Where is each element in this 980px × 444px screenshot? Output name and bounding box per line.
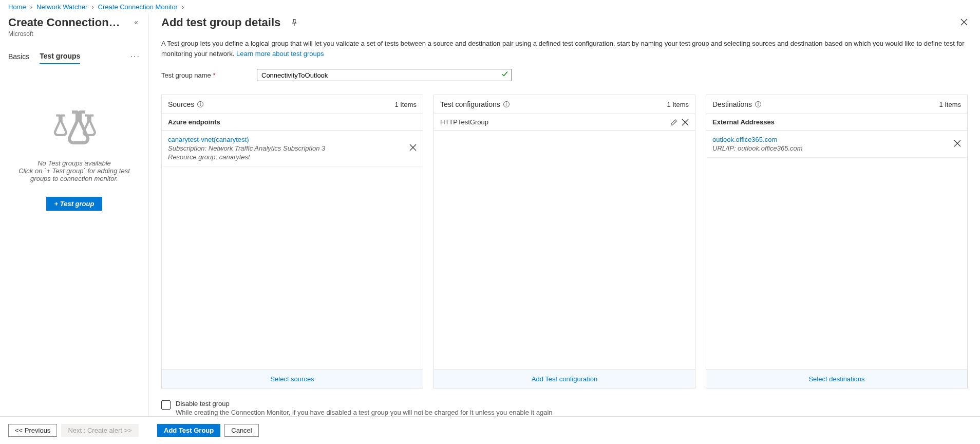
- empty-line2: Click on `+ Test group` for adding test: [18, 167, 130, 175]
- select-destinations-link[interactable]: Select destinations: [808, 375, 864, 383]
- destinations-card: Destinations i 1 Items External Addresse…: [706, 95, 968, 388]
- test-group-name-input[interactable]: [257, 69, 511, 81]
- configs-title: Test configurations: [440, 100, 500, 108]
- chevron-right-icon: ›: [182, 3, 184, 11]
- close-icon[interactable]: [960, 17, 968, 28]
- remove-destination-icon[interactable]: [954, 139, 961, 150]
- breadcrumb: Home › Network Watcher › Create Connecti…: [0, 0, 980, 14]
- test-configs-card: Test configurations i 1 Items HTTPTestGr…: [434, 95, 695, 388]
- add-test-group-submit-button[interactable]: Add Test Group: [157, 424, 220, 437]
- select-sources-link[interactable]: Select sources: [270, 375, 314, 383]
- disable-test-group-checkbox[interactable]: [161, 400, 171, 410]
- sources-subheader: Azure endpoints: [162, 114, 423, 131]
- main-panel: Add test group details A Test group lets…: [149, 14, 980, 416]
- sidebar-subtitle: Microsoft: [8, 30, 120, 38]
- more-icon[interactable]: ···: [130, 52, 140, 61]
- checkmark-icon: [502, 71, 508, 79]
- sidebar-title: Create Connection…: [8, 16, 120, 29]
- tab-basics[interactable]: Basics: [8, 49, 29, 64]
- flask-icon: [51, 106, 98, 147]
- learn-more-link[interactable]: Learn more about test groups: [236, 50, 324, 58]
- add-test-group-button[interactable]: + Test group: [46, 197, 103, 211]
- disable-label: Disable test group: [176, 400, 553, 408]
- description: A Test group lets you define a logical g…: [161, 39, 968, 59]
- source-resource-group: Resource group: canarytest: [168, 153, 325, 161]
- configs-count: 1 Items: [667, 101, 689, 108]
- config-item-name: HTTPTestGroup: [440, 118, 488, 126]
- breadcrumb-network-watcher[interactable]: Network Watcher: [36, 3, 87, 11]
- destination-item: outlook.office365.com URL/IP: outlook.of…: [706, 131, 967, 158]
- previous-button[interactable]: << Previous: [8, 424, 57, 437]
- test-group-name-label: Test group name *: [161, 71, 257, 79]
- delete-config-icon[interactable]: [682, 119, 689, 126]
- destinations-subheader: External Addresses: [706, 114, 967, 131]
- info-icon[interactable]: i: [503, 101, 510, 107]
- destinations-title: Destinations: [712, 100, 752, 108]
- breadcrumb-home[interactable]: Home: [8, 3, 26, 11]
- cancel-button[interactable]: Cancel: [224, 424, 258, 437]
- empty-line3: groups to connection monitor.: [30, 175, 118, 182]
- add-test-config-link[interactable]: Add Test configuration: [532, 375, 597, 383]
- sources-card: Sources i 1 Items Azure endpoints canar: [161, 95, 423, 388]
- tab-test-groups[interactable]: Test groups: [40, 49, 80, 64]
- empty-line1: No Test groups available: [37, 159, 111, 167]
- sidebar: Create Connection… Microsoft « Basics Te…: [0, 14, 149, 416]
- remove-source-icon[interactable]: [409, 143, 417, 154]
- disable-sub: While creating the Connection Monitor, i…: [176, 409, 553, 416]
- next-button[interactable]: Next : Create alert >>: [61, 424, 138, 437]
- destination-link[interactable]: outlook.office365.com: [712, 136, 803, 143]
- chevron-right-icon: ›: [30, 3, 32, 11]
- breadcrumb-create-connection-monitor[interactable]: Create Connection Monitor: [98, 3, 178, 11]
- collapse-sidebar-icon[interactable]: «: [132, 16, 140, 28]
- destination-url: URL/IP: outlook.office365.com: [712, 144, 803, 152]
- destinations-count: 1 Items: [939, 101, 961, 108]
- sources-title: Sources: [168, 100, 194, 108]
- source-link[interactable]: canarytest-vnet(canarytest): [168, 136, 325, 143]
- page-title: Add test group details: [161, 16, 280, 29]
- info-icon[interactable]: i: [197, 101, 203, 107]
- sources-count: 1 Items: [394, 101, 417, 108]
- bottom-bar: << Previous Next : Create alert >> Add T…: [0, 416, 980, 444]
- source-item: canarytest-vnet(canarytest) Subscription…: [162, 131, 423, 166]
- source-subscription: Subscription: Network Traffic Analytics …: [168, 144, 325, 152]
- chevron-right-icon: ›: [91, 3, 93, 11]
- info-icon[interactable]: i: [755, 101, 761, 107]
- edit-icon[interactable]: [670, 119, 677, 126]
- pin-icon[interactable]: [289, 17, 300, 28]
